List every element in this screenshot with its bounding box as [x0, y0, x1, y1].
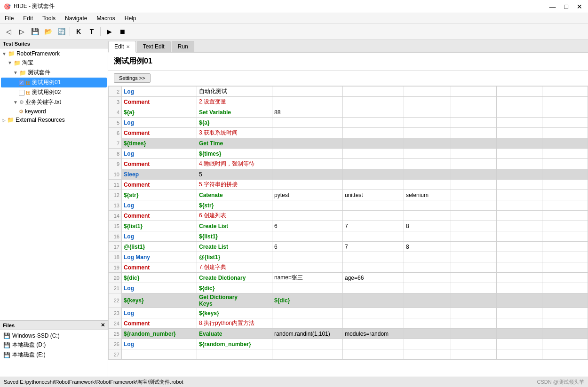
toolbar-stop-button[interactable]: ⏹: [116, 25, 128, 38]
arg4-cell[interactable]: [404, 252, 451, 262]
files-close-button[interactable]: ✕: [101, 322, 105, 328]
toolbar-open-button[interactable]: 📂: [42, 25, 54, 38]
arg1-cell[interactable]: ${keys}: [197, 308, 272, 318]
arg2-cell[interactable]: [272, 97, 343, 107]
arg2-cell[interactable]: [272, 283, 343, 293]
arg2-cell[interactable]: [272, 128, 343, 138]
arg3-cell[interactable]: [343, 211, 404, 221]
arg4-cell[interactable]: [404, 97, 451, 107]
tree-item-external[interactable]: ▷ 📁 External Resources: [1, 116, 107, 124]
checkbox-testcase01[interactable]: ✓: [19, 80, 24, 86]
arg3-cell[interactable]: [343, 293, 404, 308]
keyword-cell[interactable]: Comment: [122, 97, 197, 107]
arg2-cell[interactable]: [272, 200, 343, 211]
tab-text-edit[interactable]: Text Edit: [137, 41, 171, 52]
arg2-cell[interactable]: [272, 262, 343, 273]
keyword-cell[interactable]: Log: [122, 339, 197, 349]
arg4-cell[interactable]: 8: [404, 221, 451, 231]
arg3-cell[interactable]: [343, 107, 404, 118]
arg4-cell[interactable]: [404, 329, 451, 339]
arg4-cell[interactable]: 8: [404, 242, 451, 252]
arg1-cell[interactable]: 5: [197, 169, 272, 180]
menubar-item-help[interactable]: Help: [120, 14, 141, 23]
arg1-cell[interactable]: 6.创建列表: [197, 211, 272, 221]
arg4-cell[interactable]: selenium: [404, 190, 451, 200]
arg3-cell[interactable]: [343, 252, 404, 262]
arg4-cell[interactable]: [404, 138, 451, 149]
arg1-cell[interactable]: [197, 349, 272, 360]
arg4-cell[interactable]: [404, 200, 451, 211]
arg3-cell[interactable]: [343, 87, 404, 97]
arg4-cell[interactable]: [404, 231, 451, 242]
arg4-cell[interactable]: [404, 149, 451, 159]
minimize-button[interactable]: —: [548, 3, 558, 10]
tree-item-testcase01[interactable]: ✓ ⊞ 测试用例01: [1, 78, 107, 87]
keyword-cell[interactable]: Comment: [122, 180, 197, 190]
arg1-cell[interactable]: ${a}: [197, 118, 272, 128]
arg2-cell[interactable]: [272, 211, 343, 221]
arg3-cell[interactable]: [343, 128, 404, 138]
arg2-cell[interactable]: [272, 118, 343, 128]
arg4-cell[interactable]: [404, 159, 451, 169]
toolbar-run-button[interactable]: ▶: [103, 25, 115, 38]
arg1-cell[interactable]: Get Time: [197, 138, 272, 149]
tree-item-taobao[interactable]: ▼ 📁 淘宝: [1, 58, 107, 68]
arg2-cell[interactable]: [272, 87, 343, 97]
arg4-cell[interactable]: [404, 180, 451, 190]
arg3-cell[interactable]: age=66: [343, 273, 404, 283]
arg3-cell[interactable]: [343, 283, 404, 293]
arg2-cell[interactable]: [272, 169, 343, 180]
arg2-cell[interactable]: 6: [272, 221, 343, 231]
arg1-cell[interactable]: @{list1}: [197, 252, 272, 262]
arg3-cell[interactable]: [343, 159, 404, 169]
arg3-cell[interactable]: [343, 318, 404, 329]
arg2-cell[interactable]: [272, 349, 343, 360]
arg1-cell[interactable]: ${dic}: [197, 283, 272, 293]
settings-button[interactable]: Settings >>: [114, 73, 151, 83]
arg2-cell[interactable]: [272, 252, 343, 262]
arg3-cell[interactable]: 7: [343, 242, 404, 252]
keyword-cell[interactable]: Comment: [122, 262, 197, 273]
tree-item-keyword[interactable]: ⚙ keyword: [1, 107, 107, 116]
toolbar-refresh-button[interactable]: 🔄: [55, 25, 67, 38]
files-item-c[interactable]: 💾 Windows-SSD (C:): [1, 332, 106, 340]
arg2-cell[interactable]: ${dic}: [272, 293, 343, 308]
files-item-d[interactable]: 💾 本地磁盘 (D:): [1, 340, 106, 350]
arg2-cell[interactable]: [272, 308, 343, 318]
tree-item-testcase02[interactable]: ⊞ 测试用例02: [1, 87, 107, 97]
arg1-cell[interactable]: 5.字符串的拼接: [197, 180, 272, 190]
toolbar-k-button[interactable]: K: [72, 25, 85, 38]
toolbar-back-button[interactable]: ◁: [2, 25, 15, 38]
arg3-cell[interactable]: [343, 118, 404, 128]
arg1-cell[interactable]: 2.设置变量: [197, 97, 272, 107]
arg2-cell[interactable]: [272, 159, 343, 169]
keyword-cell[interactable]: ${random_number}: [122, 329, 197, 339]
close-button[interactable]: ✕: [575, 3, 584, 10]
arg1-cell[interactable]: ${random_number}: [197, 339, 272, 349]
arg1-cell[interactable]: Get DictionaryKeys: [197, 293, 272, 308]
arg4-cell[interactable]: [404, 87, 451, 97]
arg2-cell[interactable]: name=张三: [272, 273, 343, 283]
arg2-cell[interactable]: 6: [272, 242, 343, 252]
arg4-cell[interactable]: [404, 262, 451, 273]
arg3-cell[interactable]: [343, 138, 404, 149]
arg3-cell[interactable]: modules=random: [343, 329, 404, 339]
arg3-cell[interactable]: [343, 339, 404, 349]
arg1-cell[interactable]: Create List: [197, 221, 272, 231]
keyword-cell[interactable]: Comment: [122, 128, 197, 138]
keyword-cell[interactable]: Log: [122, 231, 197, 242]
toolbar-save-button[interactable]: 💾: [29, 25, 41, 38]
keyword-cell[interactable]: Log: [122, 308, 197, 318]
keyword-cell[interactable]: [122, 349, 197, 360]
arg3-cell[interactable]: [343, 349, 404, 360]
arg3-cell[interactable]: [343, 169, 404, 180]
arg1-cell[interactable]: Evaluate: [197, 329, 272, 339]
arg3-cell[interactable]: [343, 262, 404, 273]
arg4-cell[interactable]: [404, 211, 451, 221]
arg4-cell[interactable]: [404, 128, 451, 138]
arg4-cell[interactable]: [404, 349, 451, 360]
arg2-cell[interactable]: [272, 138, 343, 149]
arg2-cell[interactable]: [272, 339, 343, 349]
keyword-cell[interactable]: Comment: [122, 211, 197, 221]
arg1-cell[interactable]: Catenate: [197, 190, 272, 200]
